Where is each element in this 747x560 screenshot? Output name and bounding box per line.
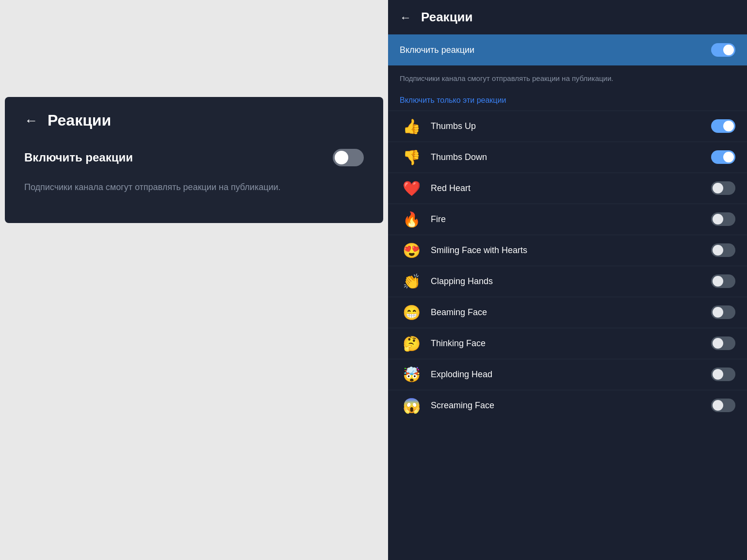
reaction-toggle[interactable] [711,368,735,381]
reaction-name: Thumbs Down [423,152,711,162]
reaction-name: Screaming Face [423,400,711,411]
left-enable-toggle[interactable] [333,149,364,166]
reaction-item: 👏Clapping Hands [388,266,747,297]
reaction-item: ❤️Red Heart [388,173,747,204]
reaction-name: Exploding Head [423,369,711,380]
right-enable-label: Включить реакции [400,45,474,55]
left-enable-row: Включить реакции [24,149,364,166]
right-panel: ← Реакции Включить реакции Подписчики ка… [388,0,747,560]
left-card: ← Реакции Включить реакции Подписчики ка… [5,97,383,223]
reaction-item: 👎Thumbs Down [388,142,747,173]
reaction-toggle[interactable] [711,243,735,257]
right-enable-row: Включить реакции [388,34,747,65]
right-enable-toggle[interactable] [711,43,735,57]
reaction-item: 🤔Thinking Face [388,328,747,359]
reaction-emoji: 😁 [400,304,423,321]
reactions-list: 👍Thumbs Up👎Thumbs Down❤️Red Heart🔥Fire😍S… [388,111,747,421]
reaction-toggle[interactable] [711,305,735,319]
reaction-name: Beaming Face [423,307,711,318]
reaction-emoji: 👏 [400,273,423,290]
reaction-name: Clapping Hands [423,276,711,287]
reaction-emoji: ❤️ [400,180,423,197]
reaction-item: 😍Smiling Face with Hearts [388,235,747,266]
back-button-left[interactable]: ← [24,113,38,128]
reaction-item: 🤯Exploding Head [388,359,747,390]
right-desc: Подписчики канала смогут отправлять реак… [388,65,747,92]
reaction-emoji: 😍 [400,242,423,259]
left-card-header: ← Реакции [24,112,364,129]
reaction-toggle[interactable] [711,274,735,288]
left-panel: ← Реакции Включить реакции Подписчики ка… [0,0,388,560]
reaction-item: 😁Beaming Face [388,297,747,328]
reaction-emoji: 👎 [400,149,423,166]
reaction-name: Smiling Face with Hearts [423,245,711,256]
reaction-toggle[interactable] [711,399,735,412]
back-button-right[interactable]: ← [400,11,411,24]
reaction-toggle[interactable] [711,181,735,195]
right-header: ← Реакции [388,0,747,34]
reaction-emoji: 👍 [400,118,423,135]
reaction-item: 😱Screaming Face [388,390,747,421]
left-enable-label: Включить реакции [24,151,133,164]
reaction-toggle[interactable] [711,212,735,226]
reaction-name: Fire [423,214,711,224]
reaction-emoji: 🤯 [400,366,423,383]
reaction-emoji: 😱 [400,397,423,414]
reaction-emoji: 🤔 [400,335,423,352]
reaction-toggle[interactable] [711,336,735,350]
reaction-toggle[interactable] [711,150,735,164]
reaction-item: 👍Thumbs Up [388,111,747,142]
reaction-name: Thinking Face [423,338,711,349]
reaction-name: Red Heart [423,183,711,193]
reaction-name: Thumbs Up [423,121,711,131]
left-card-title: Реакции [48,112,111,129]
left-desc: Подписчики канала смогут отправлять реак… [24,181,364,194]
section-label: Включить только эти реакции [388,92,747,111]
reaction-toggle[interactable] [711,119,735,133]
reaction-emoji: 🔥 [400,211,423,228]
reaction-item: 🔥Fire [388,204,747,235]
right-title: Реакции [421,10,473,25]
